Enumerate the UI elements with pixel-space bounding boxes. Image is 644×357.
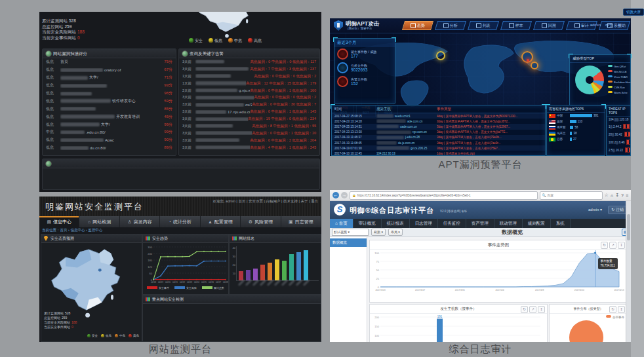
- tab-资产管理[interactable]: 资产管理: [466, 219, 494, 228]
- apt-event-row[interactable]: 2017-04-27 15:08:15w.edu.cn/c14day | 某中级…: [332, 113, 545, 119]
- apt-event-row[interactable]: 2017-04-25 13:14:31uade.com.cn3day | 某中级…: [332, 124, 545, 129]
- url-bar[interactable]: 🔒https://172.16.62.14/index.aspx?g=%3D&r…: [350, 191, 538, 200]
- vuln-row[interactable]: 低危大学/71分: [43, 74, 176, 82]
- logout-button[interactable]: ↻ 注销: [608, 206, 627, 214]
- tab-统计报表[interactable]: 统计报表: [382, 219, 410, 228]
- tab-任务监控[interactable]: 任务监控: [438, 219, 466, 228]
- big-screen-toggle[interactable]: 切换大屏: [623, 9, 644, 16]
- tab-突发内容[interactable]: ♙突发内容: [120, 216, 160, 227]
- vuln-row[interactable]: 低危93分: [43, 82, 176, 90]
- alert-row[interactable]: 2天前g.nju.edu.cn:80/高危漏洞：0 中危漏洞：1 低危漏洞：16…: [179, 87, 319, 94]
- site-name-tail: Apac: [105, 138, 114, 142]
- apt-event-row[interactable]: 2017-04-10 10:12:45104.212.30.131day | 发…: [332, 151, 545, 156]
- alert-row[interactable]: 3天前高危漏洞：0 中危漏洞：2 低危漏洞：204: [179, 137, 319, 144]
- vuln-row[interactable]: 低危大学/99分: [43, 121, 176, 128]
- vuln-row[interactable]: 低危Apac90分: [43, 136, 176, 144]
- alert-row[interactable]: 3天前高危漏洞：19 中危漏洞：0 低危漏洞：234: [179, 115, 319, 122]
- forward-button[interactable]: →: [341, 192, 348, 198]
- expand-icon[interactable]: ↗: [609, 242, 616, 249]
- back-button[interactable]: ←: [332, 192, 339, 198]
- tab-日志管理[interactable]: ▣日志管理: [281, 216, 321, 227]
- layout-button[interactable]: 布局 ▾: [388, 229, 403, 236]
- apt-event-row[interactable]: 2017-04-23 13:14:28ade.com.cn3day | 发现黑客…: [332, 119, 545, 124]
- alert-row[interactable]: 3天前Laboratory of Microstructures高危漏洞：4 中…: [179, 144, 319, 151]
- legend-item: Gen.QRat: [608, 64, 630, 69]
- tab-系统[interactable]: 系统: [551, 219, 571, 228]
- apt-event-row[interactable]: 2017-04-19 11:08:45de.js.com.cn3day | 某中…: [332, 140, 545, 145]
- tab-规则配置[interactable]: 规则配置: [523, 219, 551, 228]
- tab-风险管理[interactable]: ⚙风险管理: [241, 216, 281, 227]
- alert-row[interactable]: 1天前高危漏洞：0 中危漏洞：0 低危漏洞：2: [179, 73, 319, 80]
- blurred-text: [195, 67, 249, 71]
- apt-tab-态势[interactable]: 态势: [402, 21, 433, 30]
- apt-tab-分析[interactable]: 分析: [435, 21, 466, 30]
- refresh-icon[interactable]: ↻: [601, 242, 608, 249]
- vuln-row[interactable]: 低危oratory of67分: [43, 66, 176, 74]
- download-icon[interactable]: ↧: [618, 242, 625, 249]
- vuln-row[interactable]: 中危.edu.cn:80/99分: [43, 128, 176, 136]
- vuln-row[interactable]: 低危96分: [43, 90, 176, 98]
- vuln-row[interactable]: 低危开发教育培训45分: [43, 113, 176, 121]
- alert-row[interactable]: 3天前高危漏洞：8 中危漏洞：1 低危漏洞：55: [179, 122, 319, 130]
- risk-tag: 低危: [46, 106, 60, 112]
- tab-label: 风险管理: [254, 219, 273, 225]
- apt-lang-link[interactable]: 中文: [605, 23, 613, 29]
- alert-text: 高危漏洞：0 中危漏洞：30 低危漏洞：7: [252, 102, 316, 107]
- vuln-row[interactable]: 低危85分: [43, 105, 176, 113]
- vuln-row[interactable]: 低危软件研发中心59分: [43, 97, 176, 105]
- tab-网站检测[interactable]: ⌂网站检测: [79, 216, 119, 227]
- refresh-icon[interactable]: ↻: [609, 306, 616, 313]
- tab-统计分析[interactable]: ◔统计分析: [160, 216, 200, 227]
- blurred-text: [195, 88, 237, 92]
- tab-配置管理[interactable]: ▲配置管理: [201, 216, 241, 227]
- blurred-text: [60, 130, 85, 134]
- star-icon[interactable]: ☆: [605, 193, 609, 198]
- menu-icon[interactable]: ≡: [626, 193, 628, 198]
- alert-row[interactable]: 3天前cs/3.4.32高危漏洞：0 中危漏洞：30 低危漏洞：7: [179, 101, 319, 108]
- scrollbar-thumb[interactable]: [627, 214, 630, 240]
- webmon-userbar[interactable]: 欢迎您, admin | 首页 | 安全设置 | 白帽用户 | 技术支持 | 关…: [213, 199, 318, 204]
- apt-tab-列表[interactable]: 列表: [468, 21, 499, 30]
- apt-tab-样本[interactable]: 样本: [500, 21, 532, 30]
- vuln-row[interactable]: 低危du.cn:80/89分: [43, 144, 176, 152]
- alert-row[interactable]: 3天前高危漏洞：7 中危漏洞：3 低危漏洞：237: [179, 66, 319, 73]
- download-icon[interactable]: ↧: [615, 193, 619, 198]
- alert-row[interactable]: 3天前nju.edu.cn:80/高危漏洞：0 中危漏洞：0 低危漏洞：2: [179, 94, 319, 101]
- tab-日志管理[interactable]: 日志管理: [410, 219, 438, 228]
- scrollbar[interactable]: [626, 201, 631, 342]
- svg-text:0: 0: [378, 286, 380, 289]
- tab-首页[interactable]: ⌂ 首页: [330, 219, 353, 228]
- risk-tag: 低危: [46, 59, 60, 65]
- sidebar-item-overview[interactable]: 数据概览: [330, 238, 367, 247]
- alert-row[interactable]: 3天前17.nju.edu.cn:80/高危漏洞：0 中危漏洞：1 低危漏洞：1…: [179, 108, 319, 115]
- home-icon[interactable]: ⌂: [611, 193, 613, 198]
- tab-审计概览[interactable]: 审计概览: [353, 219, 382, 228]
- logaudit-user[interactable]: admin ▾: [588, 207, 602, 212]
- apt-event-row[interactable]: 2017-04-19 11:46:37j.edu.cn:283day | 某中级…: [332, 135, 545, 140]
- apt-event-row[interactable]: 2017-04-19 07:01:30gv.cs.206.253day | 某中…: [332, 145, 545, 151]
- alert-row[interactable]: 1天前实验室高危漏洞：12 中危漏洞：15 低危漏洞：179: [179, 80, 319, 87]
- vuln-row[interactable]: 低危首页75分: [43, 58, 176, 66]
- search-field[interactable]: 🔍 百度: [540, 191, 603, 200]
- apt-tab-回溯[interactable]: 回溯: [533, 21, 565, 30]
- refresh-icon[interactable]: ↻: [521, 306, 528, 313]
- download-icon[interactable]: ↧: [618, 306, 625, 313]
- blurred-text: [376, 114, 393, 118]
- refresh-button[interactable]: 刷新 ▾: [371, 229, 386, 236]
- apt-threatip-panel: THREAT IP TOP5 104.▒▒.120.181▒.2.44.220▒…: [606, 105, 631, 156]
- legend-item: 安全: [87, 334, 98, 337]
- event-time: 2017-04-19 11:46:37: [334, 136, 376, 139]
- alert-row[interactable]: 3天前高危漏洞：0 中危漏洞：1 低危漏洞：20: [179, 130, 319, 137]
- rank-bar: [253, 269, 258, 280]
- download-icon[interactable]: ↧: [538, 306, 545, 313]
- rank-labels: [237, 282, 307, 284]
- apt-help-link[interactable]: 帮助: [618, 23, 626, 29]
- alert-row[interactable]: 3天前高危漏洞：0 中危漏洞：0 低危漏洞：117: [179, 58, 319, 66]
- apt-username[interactable]: admin: [590, 23, 601, 29]
- view-select[interactable]: 默认视图 ▾: [332, 229, 369, 236]
- expand-icon[interactable]: ↗: [529, 306, 536, 313]
- tab-信息中心[interactable]: ▤信息中心: [39, 216, 79, 227]
- tab-联动管理[interactable]: 联动管理: [494, 219, 523, 228]
- apt-event-row[interactable]: 2017-04-23 13:13:30rgv.com.cn3day | 发现黑客…: [332, 130, 545, 135]
- help-icon[interactable]: ?: [621, 193, 624, 198]
